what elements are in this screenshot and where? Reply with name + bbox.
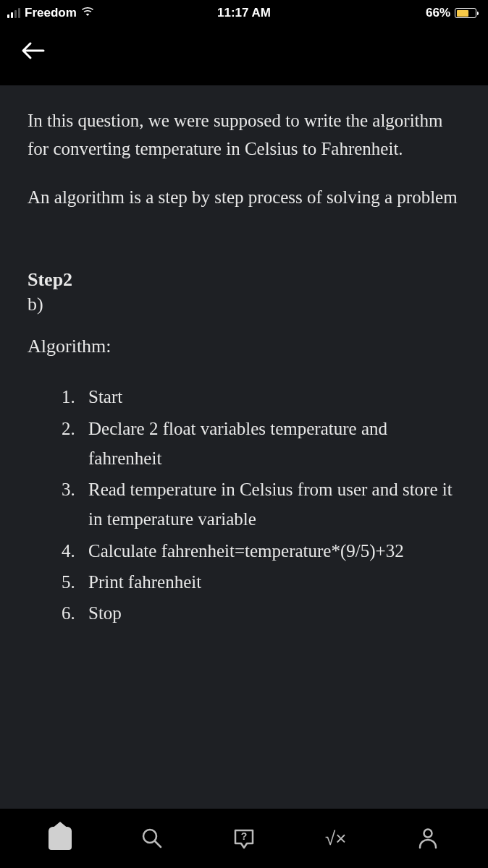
algorithm-list: Start Declare 2 float variables temperat… <box>28 382 460 628</box>
status-time: 11:17 AM <box>217 6 271 20</box>
battery-percent: 66% <box>426 6 450 20</box>
list-item: Start <box>80 382 460 412</box>
svg-text:?: ? <box>241 830 248 842</box>
carrier-name: Freedom <box>25 6 77 20</box>
math-icon: √× <box>325 827 346 850</box>
home-icon <box>49 827 72 850</box>
bottom-navigation: ? √× <box>0 809 488 868</box>
status-left: Freedom <box>7 6 94 20</box>
list-item: Declare 2 float variables temperature an… <box>80 414 460 474</box>
status-bar: Freedom 11:17 AM 66% <box>0 0 488 26</box>
main-content: In this question, we were supposed to wr… <box>0 85 488 817</box>
navigation-bar <box>0 26 488 85</box>
intro-paragraph-1: In this question, we were supposed to wr… <box>28 107 460 163</box>
list-item: Calculate fahrenheit=temperature*(9/5)+3… <box>80 536 460 566</box>
wifi-icon <box>81 6 94 20</box>
list-item: Print fahrenheit <box>80 567 460 597</box>
help-icon: ? <box>232 827 256 849</box>
signal-icon <box>7 8 20 18</box>
math-tab[interactable]: √× <box>319 821 353 856</box>
list-item: Read temperature in Celsius from user an… <box>80 475 460 535</box>
back-button[interactable] <box>20 41 45 61</box>
search-icon <box>141 827 163 849</box>
home-tab[interactable] <box>43 821 77 856</box>
algorithm-label: Algorithm: <box>28 336 460 357</box>
search-tab[interactable] <box>135 821 169 856</box>
step-sub: b) <box>28 294 460 315</box>
profile-icon <box>418 827 438 849</box>
battery-icon <box>455 8 476 18</box>
list-item: Stop <box>80 598 460 628</box>
help-tab[interactable]: ? <box>227 821 261 856</box>
svg-point-3 <box>424 830 432 838</box>
profile-tab[interactable] <box>411 821 445 856</box>
status-right: 66% <box>426 6 476 20</box>
intro-paragraph-2: An algorithm is a step by step process o… <box>28 184 460 212</box>
svg-line-1 <box>155 841 161 847</box>
step-header: Step2 <box>28 269 460 291</box>
